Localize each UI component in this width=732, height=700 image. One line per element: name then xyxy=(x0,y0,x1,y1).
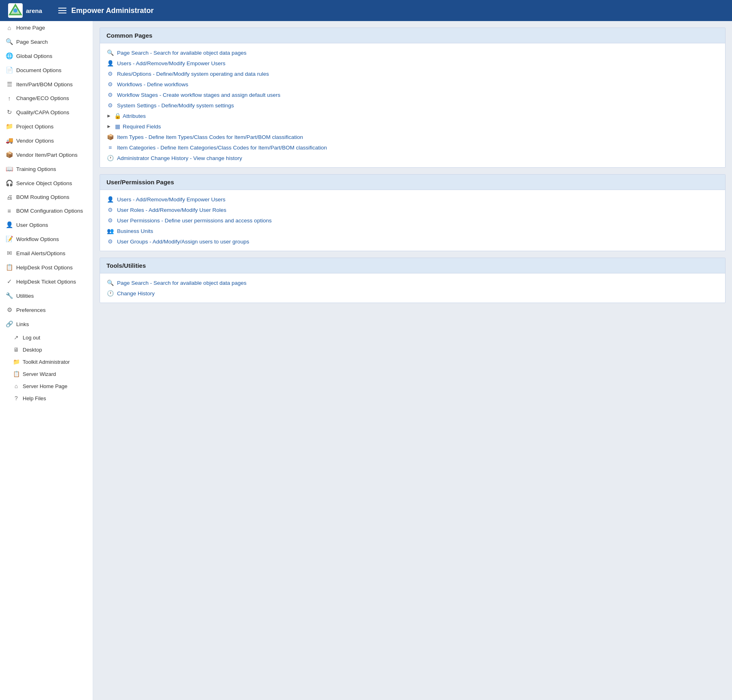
collapsible-attributes-link[interactable]: ► 🔒 Attributes xyxy=(106,111,719,121)
sidebar-item-page-search[interactable]: 🔍 Page Search xyxy=(0,35,93,49)
sidebar-item-helpdesk-post-options[interactable]: 📋 HelpDesk Post Options xyxy=(0,260,93,275)
sidebar-item-item-part-bom-options[interactable]: ☰ Item/Part/BOM Options xyxy=(0,77,93,92)
sidebar-item-label: Page Search xyxy=(16,39,48,45)
sidebar-item-label: HelpDesk Ticket Options xyxy=(16,279,76,285)
sidebar-item-bom-routing-options[interactable]: 🖨 BOM Routing Options xyxy=(0,190,93,204)
sidebar-item-user-options[interactable]: 👤 User Options xyxy=(0,218,93,232)
change-history-link[interactable]: 🕐 Change History xyxy=(106,288,719,299)
sidebar-item-document-options[interactable]: 📄 Document Options xyxy=(0,63,93,77)
sidebar-item-label: Project Options xyxy=(16,124,53,130)
sidebar-item-global-options[interactable]: 🌐 Global Options xyxy=(0,49,93,63)
sidebar-sub-item-label: Server Home Page xyxy=(23,383,68,389)
sidebar-sub-item-desktop[interactable]: 🖥 Desktop xyxy=(0,344,93,356)
sidebar-sub-item-toolkit-administrator[interactable]: 📁 Toolkit Administrator xyxy=(0,356,93,368)
preferences-icon: ⚙ xyxy=(6,306,13,314)
sidebar-item-utilities[interactable]: 🔧 Utilities xyxy=(0,289,93,303)
required-fields-link-icon: ▦ xyxy=(114,123,121,130)
user-groups-link[interactable]: ⚙ User Groups - Add/Modify/Assign users … xyxy=(106,236,719,247)
links-icon: 🔗 xyxy=(6,320,13,328)
item-part-bom-options-icon: ☰ xyxy=(6,81,13,88)
change-history-link-icon: 🕐 xyxy=(106,290,114,297)
bom-configuration-options-icon: ≡ xyxy=(6,207,13,214)
item-types-link[interactable]: 📦 Item Types - Define Item Types/Class C… xyxy=(106,132,719,142)
sidebar-item-preferences[interactable]: ⚙ Preferences xyxy=(0,303,93,317)
workflows-link-icon: ⚙ xyxy=(106,81,114,88)
item-categories-link-icon: ≡ xyxy=(106,144,114,151)
sidebar-sub-item-help-files[interactable]: ? Help Files xyxy=(0,392,93,404)
admin-change-history-link[interactable]: 🕐 Administrator Change History - View ch… xyxy=(106,153,719,163)
vendor-options-icon: 🚚 xyxy=(6,137,13,144)
business-units-link[interactable]: 👥 Business Units xyxy=(106,226,719,236)
sidebar-item-change-eco-options[interactable]: ↑ Change/ECO Options xyxy=(0,92,93,105)
svg-point-3 xyxy=(13,9,17,13)
sidebar-item-vendor-item-part-options[interactable]: 📦 Vendor Item/Part Options xyxy=(0,148,93,162)
users-perm-link-icon: 👤 xyxy=(106,196,114,203)
user-roles-link[interactable]: ⚙ User Roles - Add/Remove/Modify User Ro… xyxy=(106,205,719,215)
sidebar-item-home-page[interactable]: ⌂ Home Page xyxy=(0,21,93,35)
attributes-link-label: Attributes xyxy=(123,113,146,119)
sidebar-item-label: Service Object Options xyxy=(16,180,72,186)
hamburger-menu-icon[interactable] xyxy=(58,8,66,13)
sidebar-item-label: Preferences xyxy=(16,307,46,313)
workflow-stages-link[interactable]: ⚙ Workflow Stages - Create workflow stag… xyxy=(106,90,719,100)
workflow-stages-link-label: Workflow Stages - Create workflow stages… xyxy=(117,92,280,98)
server-wizard-icon: 📋 xyxy=(13,371,19,377)
users-perm-link-label: Users - Add/Remove/Modify Empower Users xyxy=(117,196,226,203)
collapsible-required-fields-link[interactable]: ► ▦ Required Fields xyxy=(106,121,719,132)
vendor-item-part-options-icon: 📦 xyxy=(6,151,13,158)
business-units-link-icon: 👥 xyxy=(106,228,114,234)
sidebar-item-service-object-options[interactable]: 🎧 Service Object Options xyxy=(0,176,93,190)
workflows-link[interactable]: ⚙ Workflows - Define workflows xyxy=(106,79,719,90)
sidebar-item-label: Training Options xyxy=(16,166,56,172)
global-options-icon: 🌐 xyxy=(6,52,13,60)
attributes-link-icon: 🔒 xyxy=(114,113,121,119)
training-options-icon: 📖 xyxy=(6,165,13,173)
sidebar-item-vendor-options[interactable]: 🚚 Vendor Options xyxy=(0,134,93,148)
project-options-icon: 📁 xyxy=(6,123,13,130)
workflow-options-icon: 📝 xyxy=(6,235,13,243)
sidebar-item-links[interactable]: 🔗 Links xyxy=(0,317,93,331)
logo-text: arena xyxy=(26,7,42,14)
user-permissions-link[interactable]: ⚙ User Permissions - Define user permiss… xyxy=(106,215,719,226)
sidebar-item-quality-capa-options[interactable]: ↻ Quality/CAPA Options xyxy=(0,105,93,120)
rules-options-link-label: Rules/Options - Define/Modify system ope… xyxy=(117,71,269,77)
users-link[interactable]: 👤 Users - Add/Remove/Modify Empower User… xyxy=(106,58,719,68)
section-body-tools-utilities: 🔍 Page Search - Search for available obj… xyxy=(100,273,725,303)
sidebar-sub-item-log-out[interactable]: ↗ Log out xyxy=(0,331,93,344)
item-categories-link[interactable]: ≡ Item Categories - Define Item Categori… xyxy=(106,142,719,153)
sidebar-item-label: Vendor Options xyxy=(16,138,54,144)
sidebar-item-label: Change/ECO Options xyxy=(16,95,69,101)
sidebar-item-bom-configuration-options[interactable]: ≡ BOM Configuration Options xyxy=(0,204,93,218)
item-categories-link-label: Item Categories - Define Item Categories… xyxy=(117,145,327,151)
email-alerts-options-icon: ✉ xyxy=(6,250,13,257)
page-search-tools-link[interactable]: 🔍 Page Search - Search for available obj… xyxy=(106,277,719,288)
bom-routing-options-icon: 🖨 xyxy=(6,194,13,201)
page-search-tools-link-icon: 🔍 xyxy=(106,280,114,286)
workflow-stages-link-icon: ⚙ xyxy=(106,92,114,98)
section-body-common-pages: 🔍 Page Search - Search for available obj… xyxy=(100,43,725,167)
sidebar-item-training-options[interactable]: 📖 Training Options xyxy=(0,162,93,176)
user-groups-link-label: User Groups - Add/Modify/Assign users to… xyxy=(117,239,249,245)
utilities-icon: 🔧 xyxy=(6,292,13,299)
desktop-icon: 🖥 xyxy=(13,346,19,353)
sidebar-item-helpdesk-ticket-options[interactable]: ✓ HelpDesk Ticket Options xyxy=(0,275,93,289)
system-settings-link-label: System Settings - Define/Modify system s… xyxy=(117,102,234,109)
section-body-user-permission-pages: 👤 Users - Add/Remove/Modify Empower User… xyxy=(100,190,725,251)
sidebar-sub-item-server-wizard[interactable]: 📋 Server Wizard xyxy=(0,368,93,380)
users-link-icon: 👤 xyxy=(106,60,114,66)
sidebar-item-project-options[interactable]: 📁 Project Options xyxy=(0,120,93,134)
sidebar-sub-item-label: Server Wizard xyxy=(23,371,56,377)
users-perm-link[interactable]: 👤 Users - Add/Remove/Modify Empower User… xyxy=(106,194,719,205)
page-title: Empower Administrator xyxy=(71,6,153,15)
sidebar-sub-item-server-home-page[interactable]: ⌂ Server Home Page xyxy=(0,380,93,392)
sidebar-item-workflow-options[interactable]: 📝 Workflow Options xyxy=(0,232,93,246)
sidebar-item-email-alerts-options[interactable]: ✉ Email Alerts/Options xyxy=(0,246,93,260)
page-search-icon: 🔍 xyxy=(6,38,13,45)
main-layout: ⌂ Home Page 🔍 Page Search 🌐 Global Optio… xyxy=(0,21,732,700)
page-search-link[interactable]: 🔍 Page Search - Search for available obj… xyxy=(106,47,719,58)
rules-options-link[interactable]: ⚙ Rules/Options - Define/Modify system o… xyxy=(106,68,719,79)
user-groups-link-icon: ⚙ xyxy=(106,238,114,245)
required-fields-link-label: Required Fields xyxy=(123,124,161,130)
home-page-icon: ⌂ xyxy=(6,24,13,31)
system-settings-link[interactable]: ⚙ System Settings - Define/Modify system… xyxy=(106,100,719,111)
